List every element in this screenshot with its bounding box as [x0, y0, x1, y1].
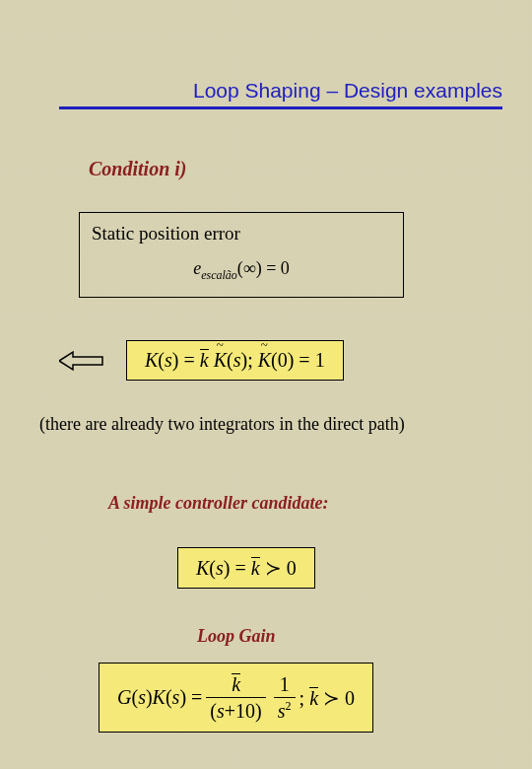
loop-gain-box: G(s)K(s) = k (s+10) 1 s2 ; k ≻ 0	[99, 663, 373, 733]
candidate-label: A simple controller candidate:	[108, 493, 329, 514]
static-error-box: Static position error eescalão(∞) = 0	[79, 212, 404, 298]
k-definition-row: K(s) = k K(s); K(0) = 1	[59, 340, 344, 381]
k-simple-box: K(s) = k ≻ 0	[177, 547, 315, 589]
page-title: Loop Shaping – Design examples	[59, 79, 502, 106]
integrator-note: (there are already two integrators in th…	[39, 414, 502, 435]
static-error-equation: eescalão(∞) = 0	[92, 258, 391, 283]
slide-header: Loop Shaping – Design examples	[59, 79, 502, 109]
condition-label: Condition i)	[89, 158, 186, 180]
static-error-title: Static position error	[92, 223, 391, 245]
svg-marker-0	[59, 352, 102, 370]
loop-gain-label: Loop Gain	[197, 626, 276, 647]
header-underline	[59, 106, 502, 109]
k-definition-box: K(s) = k K(s); K(0) = 1	[126, 340, 344, 381]
left-arrow-icon	[59, 350, 104, 372]
